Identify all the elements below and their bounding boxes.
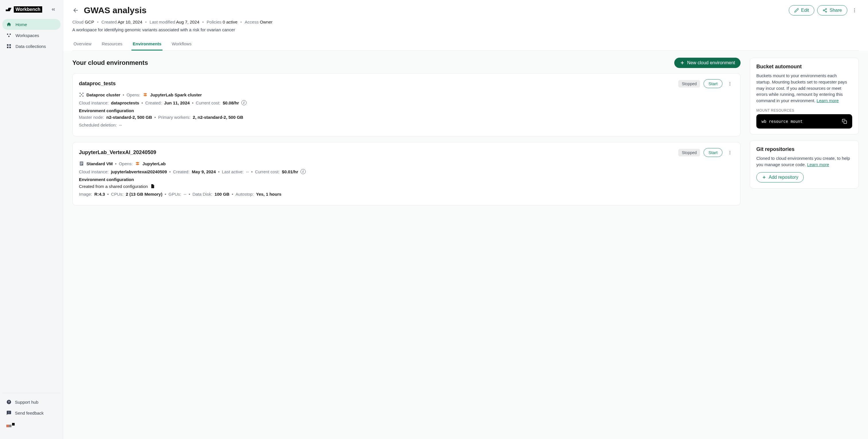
- shared-config-note: Created from a shared configuration: [79, 184, 148, 189]
- created-date: Jun 11, 2024: [164, 100, 190, 105]
- new-environment-button[interactable]: New cloud environment: [674, 58, 741, 68]
- environment-name: dataproc_tests: [79, 81, 116, 87]
- sidebar-item-feedback[interactable]: Send feedback: [2, 407, 61, 418]
- svg-point-26: [730, 85, 731, 86]
- workbench-logo-icon: [6, 8, 11, 11]
- environment-card: dataproc_tests Stopped Start Dataproc cl…: [72, 73, 741, 136]
- sidebar-item-support[interactable]: ? Support hub: [2, 397, 61, 407]
- home-icon: [6, 22, 12, 27]
- svg-point-27: [80, 93, 81, 94]
- svg-point-14: [826, 8, 827, 9]
- gpus-value: --: [183, 192, 186, 196]
- svg-point-29: [80, 96, 81, 97]
- sidebar-item-label: Support hub: [15, 400, 38, 405]
- svg-point-42: [136, 164, 139, 165]
- svg-rect-43: [844, 121, 847, 124]
- sidebar-item-workspaces[interactable]: Workspaces: [2, 30, 61, 41]
- svg-point-31: [81, 94, 82, 95]
- tab-environments[interactable]: Environments: [131, 38, 162, 51]
- environment-menu-button[interactable]: [726, 80, 734, 88]
- svg-point-15: [823, 10, 825, 11]
- opens-value: JupyterLab Spark cluster: [150, 92, 202, 97]
- mount-command: wb resource mount: [762, 119, 803, 124]
- collapse-sidebar-icon[interactable]: [50, 6, 57, 13]
- svg-rect-12: [9, 413, 9, 414]
- logo[interactable]: Workbench: [6, 6, 42, 12]
- current-cost: $0.01/hr: [282, 169, 298, 174]
- svg-line-17: [825, 11, 826, 11]
- edit-button[interactable]: Edit: [789, 5, 815, 15]
- svg-point-3: [8, 36, 10, 37]
- panel-body: Buckets mount to your environments each …: [756, 72, 852, 104]
- plus-icon: [762, 175, 766, 180]
- svg-point-34: [730, 151, 731, 152]
- svg-point-35: [730, 152, 731, 153]
- user-avatar[interactable]: [6, 424, 14, 432]
- jupyter-icon: [143, 92, 148, 97]
- back-button[interactable]: [72, 7, 79, 14]
- environment-name: JupyterLab_VertexAI_20240509: [79, 150, 156, 156]
- pencil-icon: [794, 8, 799, 12]
- panel-title: Bucket automount: [756, 64, 852, 70]
- share-button[interactable]: Share: [817, 5, 847, 15]
- sidebar-item-datacollections[interactable]: Data collections: [2, 41, 61, 52]
- svg-point-2: [7, 34, 8, 35]
- environment-menu-button[interactable]: [726, 149, 734, 157]
- config-heading: Environment configuration: [79, 177, 734, 182]
- svg-point-19: [854, 8, 855, 9]
- status-badge: Stopped: [678, 149, 700, 156]
- vm-icon: [79, 161, 84, 166]
- opens-value: JupyterLab: [143, 161, 166, 166]
- jupyter-icon: [135, 161, 140, 166]
- data-disk-value: 100 GB: [215, 192, 229, 196]
- config-heading: Environment configuration: [79, 108, 734, 113]
- svg-text:?: ?: [8, 400, 10, 404]
- image-value: R:4.3: [94, 192, 105, 196]
- svg-point-4: [9, 34, 11, 35]
- tab-workflows[interactable]: Workflows: [170, 38, 193, 51]
- edit-label: Edit: [801, 8, 809, 13]
- plus-icon: [680, 60, 685, 65]
- svg-point-20: [854, 10, 855, 11]
- environment-type: Dataproc cluster: [86, 92, 120, 97]
- git-repos-panel: Git repositories Cloned to cloud environ…: [750, 140, 859, 189]
- info-icon[interactable]: i: [301, 169, 306, 174]
- svg-rect-8: [9, 47, 11, 48]
- primary-workers: 2, n2-standard-2, 500 GB: [193, 115, 243, 120]
- current-cost: $0.08/hr: [223, 100, 239, 105]
- svg-rect-7: [7, 47, 8, 48]
- svg-rect-39: [81, 163, 83, 164]
- svg-rect-5: [7, 44, 8, 45]
- svg-point-36: [730, 154, 731, 154]
- learn-more-link[interactable]: Learn more: [807, 162, 829, 167]
- svg-point-25: [730, 83, 731, 84]
- svg-point-24: [730, 82, 731, 83]
- add-repository-button[interactable]: Add repository: [756, 172, 804, 183]
- sidebar-item-home[interactable]: Home: [2, 19, 61, 30]
- last-active: --: [246, 169, 249, 174]
- learn-more-link[interactable]: Learn more: [817, 98, 839, 103]
- svg-rect-40: [81, 164, 82, 165]
- tab-resources[interactable]: Resources: [101, 38, 124, 51]
- copy-icon[interactable]: [842, 119, 847, 124]
- svg-point-28: [82, 93, 84, 94]
- page-title: GWAS analysis: [84, 5, 146, 15]
- environment-card: JupyterLab_VertexAI_20240509 Stopped Sta…: [72, 142, 741, 206]
- share-label: Share: [830, 8, 842, 13]
- bucket-automount-panel: Bucket automount Buckets mount to your e…: [750, 58, 859, 134]
- sidebar-item-label: Workspaces: [16, 33, 39, 38]
- start-button[interactable]: Start: [704, 79, 722, 88]
- svg-point-30: [82, 96, 84, 97]
- start-button[interactable]: Start: [704, 148, 722, 157]
- svg-rect-38: [81, 162, 83, 163]
- svg-point-21: [854, 11, 855, 12]
- cloud-instance: dataproctests: [111, 100, 139, 105]
- cpus-value: 2 (13 GB Memory): [126, 192, 162, 196]
- more-menu-button[interactable]: [850, 6, 859, 14]
- tab-overview[interactable]: Overview: [72, 38, 93, 51]
- feedback-icon: [6, 410, 11, 415]
- status-badge: Stopped: [678, 80, 700, 88]
- info-icon[interactable]: i: [241, 100, 247, 105]
- svg-rect-11: [9, 412, 9, 413]
- code-label: MOUNT RESOURCES: [756, 108, 852, 113]
